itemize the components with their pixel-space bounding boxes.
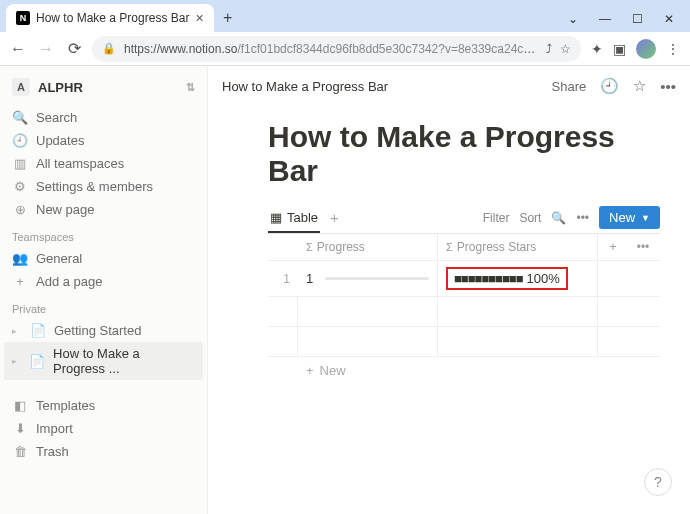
add-column-button[interactable]: + <box>598 234 628 260</box>
highlight-box: ■■■■■■■■■■ 100% <box>446 267 568 290</box>
sigma-icon: Σ <box>446 241 453 253</box>
profile-avatar[interactable] <box>636 39 656 59</box>
trash-icon: 🗑 <box>12 444 28 459</box>
row-number: 1 <box>268 261 298 296</box>
url-path: /f1cf01bdcf8344dc96fb8dd5e30c7342?v=8e33… <box>237 42 538 56</box>
menu-icon[interactable]: ⋮ <box>666 41 680 57</box>
window-controls: ⌄ — ☐ ✕ <box>566 12 690 32</box>
plus-icon: + <box>12 274 28 289</box>
tab-title: How to Make a Progress Bar <box>36 11 189 25</box>
column-progress-stars[interactable]: ΣProgress Stars <box>438 234 598 260</box>
gear-icon: ⚙ <box>12 179 28 194</box>
sidebar-item-general[interactable]: 👥General <box>4 247 203 270</box>
reload-button[interactable]: ⟳ <box>64 39 84 58</box>
minimize-icon[interactable]: — <box>598 12 612 26</box>
sidebar-item-search[interactable]: 🔍Search <box>4 106 203 129</box>
maximize-icon[interactable]: ☐ <box>630 12 644 26</box>
page-icon: 📄 <box>29 354 45 369</box>
progress-percent: 100% <box>527 271 560 286</box>
sidebar-item-getting-started[interactable]: ▸📄Getting Started <box>4 319 203 342</box>
section-private: Private <box>4 293 203 319</box>
progress-blocks: ■■■■■■■■■■ <box>454 271 523 286</box>
chevron-down-icon: ▼ <box>641 213 650 223</box>
new-button[interactable]: New ▼ <box>599 206 660 229</box>
share-button[interactable]: Share <box>552 79 587 94</box>
sidebar-label: New page <box>36 202 95 217</box>
templates-icon: ◧ <box>12 398 28 413</box>
page-topbar: How to Make a Progress Bar Share 🕘 ☆ ••• <box>208 66 690 106</box>
sidebar-label: Updates <box>36 133 84 148</box>
search-icon[interactable]: 🔍 <box>551 211 566 225</box>
search-icon: 🔍 <box>12 110 28 125</box>
star-icon[interactable]: ☆ <box>633 77 646 95</box>
chevron-right-icon: ▸ <box>12 356 21 366</box>
chevron-updown-icon: ⇅ <box>186 81 195 94</box>
panel-icon[interactable]: ▣ <box>613 41 626 57</box>
table-row[interactable]: 1 1 ■■■■■■■■■■ 100% <box>268 261 660 297</box>
new-button-label: New <box>609 210 635 225</box>
cell-progress-stars[interactable]: ■■■■■■■■■■ 100% <box>438 261 598 296</box>
browser-toolbar: ← → ⟳ 🔒 https://www.notion.so/f1cf01bdcf… <box>0 32 690 66</box>
close-window-icon[interactable]: ✕ <box>662 12 676 26</box>
sidebar-label: Settings & members <box>36 179 153 194</box>
breadcrumb[interactable]: How to Make a Progress Bar <box>222 79 552 94</box>
plus-circle-icon: ⊕ <box>12 202 28 217</box>
sidebar-item-settings[interactable]: ⚙Settings & members <box>4 175 203 198</box>
chevron-right-icon: ▸ <box>12 326 22 336</box>
section-teamspaces: Teamspaces <box>4 221 203 247</box>
workspace-badge: A <box>12 78 30 96</box>
sidebar-label: All teamspaces <box>36 156 124 171</box>
more-icon[interactable]: ••• <box>576 211 589 225</box>
browser-titlebar: N How to Make a Progress Bar × + ⌄ — ☐ ✕ <box>0 0 690 32</box>
sidebar-item-templates[interactable]: ◧Templates <box>4 394 203 417</box>
add-view-button[interactable]: + <box>330 209 339 230</box>
sidebar-item-progress-bar[interactable]: ▸📄How to Make a Progress ... <box>4 342 203 380</box>
back-button[interactable]: ← <box>8 40 28 58</box>
more-icon[interactable]: ••• <box>660 78 676 95</box>
filter-button[interactable]: Filter <box>483 211 510 225</box>
progress-value: 1 <box>306 271 313 286</box>
new-row-label: New <box>320 363 346 378</box>
tab-favicon: N <box>16 11 30 25</box>
chevron-down-icon[interactable]: ⌄ <box>566 12 580 26</box>
people-icon: 👥 <box>12 251 28 266</box>
cell-progress[interactable]: 1 <box>298 261 438 296</box>
extensions-icon[interactable]: ✦ <box>591 41 603 57</box>
sidebar-label: Getting Started <box>54 323 141 338</box>
star-icon[interactable]: ☆ <box>560 42 571 56</box>
view-tab-table[interactable]: ▦ Table <box>268 206 320 233</box>
sidebar-label: Import <box>36 421 73 436</box>
page-icon: 📄 <box>30 323 46 338</box>
forward-button: → <box>36 40 56 58</box>
workspace-switcher[interactable]: A ALPHR ⇅ <box>4 74 203 106</box>
grid-icon: ▥ <box>12 156 28 171</box>
sidebar-label: How to Make a Progress ... <box>53 346 195 376</box>
view-tab-label: Table <box>287 210 318 225</box>
sort-button[interactable]: Sort <box>519 211 541 225</box>
database-table: ΣProgress ΣProgress Stars + ••• 1 1 ■■■■… <box>268 234 660 384</box>
main: How to Make a Progress Bar Share 🕘 ☆ •••… <box>208 66 690 514</box>
workspace-name: ALPHR <box>38 80 83 95</box>
clock-icon[interactable]: 🕘 <box>600 77 619 95</box>
new-tab-button[interactable]: + <box>214 4 242 32</box>
sidebar-item-newpage[interactable]: ⊕New page <box>4 198 203 221</box>
sidebar-item-addpage[interactable]: +Add a page <box>4 270 203 293</box>
browser-tab[interactable]: N How to Make a Progress Bar × <box>6 4 214 32</box>
address-bar[interactable]: 🔒 https://www.notion.so/f1cf01bdcf8344dc… <box>92 36 581 62</box>
table-icon: ▦ <box>270 210 282 225</box>
sidebar-label: Templates <box>36 398 95 413</box>
sidebar-item-import[interactable]: ⬇Import <box>4 417 203 440</box>
new-row-button[interactable]: +New <box>268 357 660 384</box>
database-viewbar: ▦ Table + Filter Sort 🔍 ••• New ▼ <box>268 206 660 234</box>
sidebar-item-trash[interactable]: 🗑Trash <box>4 440 203 463</box>
lock-icon: 🔒 <box>102 42 116 55</box>
download-icon: ⬇ <box>12 421 28 436</box>
column-progress[interactable]: ΣProgress <box>298 234 438 260</box>
page-title[interactable]: How to Make a Progress Bar <box>268 120 660 188</box>
sidebar-item-teamspaces[interactable]: ▥All teamspaces <box>4 152 203 175</box>
share-url-icon[interactable]: ⤴ <box>546 42 552 56</box>
sidebar-item-updates[interactable]: 🕘Updates <box>4 129 203 152</box>
column-more-icon[interactable]: ••• <box>628 234 658 260</box>
tab-close-icon[interactable]: × <box>195 10 203 26</box>
help-button[interactable]: ? <box>644 468 672 496</box>
